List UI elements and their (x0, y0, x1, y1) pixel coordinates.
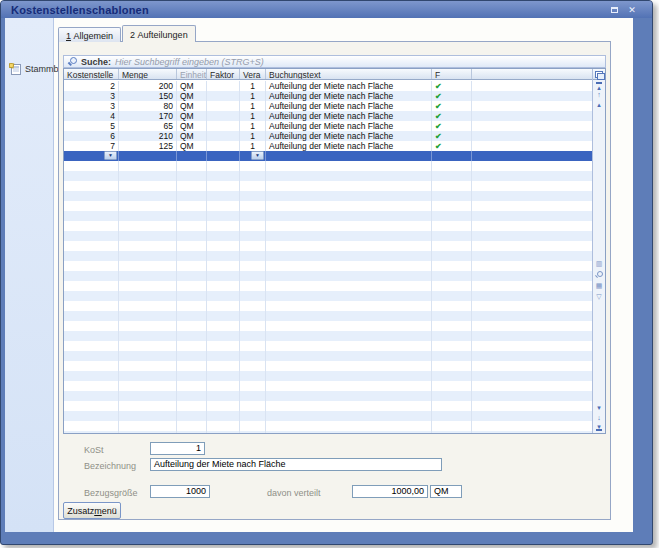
tab-aufteilungen[interactable]: 2 Aufteilungen (122, 25, 196, 42)
scroll-page-up-button[interactable]: ↑ (593, 90, 605, 100)
grid-cell-buchungstext[interactable]: Aufteilung der Miete nach Fläche (266, 121, 432, 131)
grid-row-empty[interactable] (64, 241, 592, 251)
grid-cell-menge[interactable]: 200 (119, 81, 177, 91)
grid-cell-einheit[interactable]: QM (177, 121, 207, 131)
grid-cell-buchungstext[interactable] (266, 151, 432, 161)
grid-view-icon[interactable]: ▦ (596, 282, 603, 290)
grid-row[interactable]: 2200QM1Aufteilung der Miete nach Fläche✔ (64, 81, 592, 91)
grid-cell-faktor[interactable] (207, 131, 240, 141)
grid-cell-kostenstelle[interactable]: 5 (64, 121, 119, 131)
grid-cell-f[interactable] (432, 151, 472, 161)
restore-button[interactable] (608, 4, 620, 15)
scroll-down-button[interactable]: ▾ (593, 403, 605, 413)
tab-allgemein[interactable]: 1 Allgemein (58, 27, 121, 42)
grid-row[interactable]: 4170QM1Aufteilung der Miete nach Fläche✔ (64, 111, 592, 121)
grid-cell-einheit[interactable]: QM (177, 141, 207, 151)
grid-cell-faktor[interactable] (207, 101, 240, 111)
grid-row[interactable]: 3150QM1Aufteilung der Miete nach Fläche✔ (64, 91, 592, 101)
grid-row-empty[interactable] (64, 391, 592, 401)
column-chooser-icon[interactable] (593, 69, 605, 80)
grid-row-empty[interactable] (64, 301, 592, 311)
grid-column-header-kostenstelle[interactable]: Kostenstelle (64, 69, 119, 79)
grid-row-empty[interactable] (64, 411, 592, 421)
scroll-up-button[interactable]: ▴ (593, 100, 605, 110)
grid-cell-f[interactable]: ✔ (432, 121, 472, 131)
grid-row[interactable]: 380QM1Aufteilung der Miete nach Fläche✔ (64, 101, 592, 111)
grid-cell-faktor[interactable] (207, 151, 240, 161)
grid-cell-vera[interactable]: 1 (240, 131, 266, 141)
grid-cell-vera[interactable]: 1 (240, 101, 266, 111)
grid-cell-einheit[interactable] (177, 151, 207, 161)
grid-row-empty[interactable] (64, 181, 592, 191)
grid-cell-buchungstext[interactable]: Aufteilung der Miete nach Fläche (266, 111, 432, 121)
grid-row-empty[interactable] (64, 231, 592, 241)
grid-cell-faktor[interactable] (207, 81, 240, 91)
grid-cell-buchungstext[interactable]: Aufteilung der Miete nach Fläche (266, 101, 432, 111)
column-layout-icon[interactable]: ▥ (596, 260, 603, 268)
grid-row-empty[interactable] (64, 291, 592, 301)
grid-cell-buchungstext[interactable]: Aufteilung der Miete nach Fläche (266, 81, 432, 91)
find-icon[interactable] (595, 271, 603, 279)
grid-cell-vera[interactable]: 1 (240, 141, 266, 151)
grid-row-empty[interactable] (64, 201, 592, 211)
grid-cell-einheit[interactable]: QM (177, 81, 207, 91)
grid-cell-buchungstext[interactable]: Aufteilung der Miete nach Fläche (266, 131, 432, 141)
grid-column-header-filler[interactable] (472, 69, 592, 79)
grid-column-header-vera[interactable]: Vera (240, 69, 266, 79)
grid-cell-einheit[interactable]: QM (177, 111, 207, 121)
grid-cell-vera[interactable]: 1 (240, 121, 266, 131)
grid-row-empty[interactable] (64, 191, 592, 201)
grid-row-empty[interactable] (64, 351, 592, 361)
grid-cell-menge[interactable]: 125 (119, 141, 177, 151)
grid-row-empty[interactable] (64, 331, 592, 341)
grid-row-empty[interactable] (64, 161, 592, 171)
grid-cell-f[interactable]: ✔ (432, 111, 472, 121)
grid-cell-f[interactable]: ✔ (432, 141, 472, 151)
grid-cell-vera[interactable]: ▼ (240, 151, 266, 161)
grid-cell-f[interactable]: ✔ (432, 91, 472, 101)
grid-row-empty[interactable] (64, 271, 592, 281)
grid-cell-einheit[interactable]: QM (177, 91, 207, 101)
davon-verteilt-unit-field[interactable]: QM (430, 485, 462, 498)
grid-cell-f[interactable]: ✔ (432, 101, 472, 111)
grid-row-empty[interactable] (64, 361, 592, 371)
grid-cell-filler[interactable] (472, 151, 592, 161)
grid-vertical-scrollbar[interactable]: ▴ ↑ ▴ ▥ ▦ ▽ ▾ ↓ ▾ (592, 69, 605, 433)
grid-row-empty[interactable] (64, 341, 592, 351)
grid-cell-menge[interactable]: 80 (119, 101, 177, 111)
bezugsgroesse-field[interactable]: 1000 (150, 485, 210, 498)
grid-row-empty[interactable] (64, 211, 592, 221)
grid-cell-kostenstelle[interactable]: 3 (64, 91, 119, 101)
grid-cell-kostenstelle[interactable]: 3 (64, 101, 119, 111)
grid-cell-kostenstelle[interactable]: ▼ (64, 151, 119, 161)
bezeichnung-field[interactable]: Aufteilung der Miete nach Fläche (150, 458, 442, 471)
search-bar[interactable]: Suche: Hier Suchbegriff eingeben (STRG+S… (63, 55, 606, 68)
grid-cell-menge[interactable]: 150 (119, 91, 177, 101)
close-button[interactable]: ✕ (626, 4, 638, 15)
grid-cell-faktor[interactable] (207, 121, 240, 131)
scroll-last-row-button[interactable]: ▾ (596, 423, 602, 431)
kost-field[interactable]: 1 (150, 442, 205, 455)
grid-row-selected[interactable]: ▼▼ (64, 151, 592, 161)
grid-row-empty[interactable] (64, 401, 592, 411)
grid-column-header-f[interactable]: F (432, 69, 472, 79)
grid-cell-menge[interactable]: 65 (119, 121, 177, 131)
grid-row[interactable]: 565QM1Aufteilung der Miete nach Fläche✔ (64, 121, 592, 131)
grid-row-empty[interactable] (64, 221, 592, 231)
grid-cell-faktor[interactable] (207, 111, 240, 121)
zusatzmenu-button[interactable]: Zusatzmenü (63, 502, 121, 519)
grid-cell-vera[interactable]: 1 (240, 81, 266, 91)
kostenstelle-dropdown-button[interactable]: ▼ (104, 151, 117, 160)
grid-row-empty[interactable] (64, 321, 592, 331)
grid-cell-faktor[interactable] (207, 91, 240, 101)
grid-cell-vera[interactable]: 1 (240, 111, 266, 121)
grid-row-empty[interactable] (64, 421, 592, 431)
grid-row-empty[interactable] (64, 311, 592, 321)
grid-row-empty[interactable] (64, 371, 592, 381)
grid-cell-buchungstext[interactable]: Aufteilung der Miete nach Fläche (266, 91, 432, 101)
grid-row[interactable]: 7125QM1Aufteilung der Miete nach Fläche✔ (64, 141, 592, 151)
grid-row-empty[interactable] (64, 381, 592, 391)
grid-column-header-faktor[interactable]: Faktor (207, 69, 240, 79)
grid-cell-kostenstelle[interactable]: 4 (64, 111, 119, 121)
grid-cell-f[interactable]: ✔ (432, 131, 472, 141)
